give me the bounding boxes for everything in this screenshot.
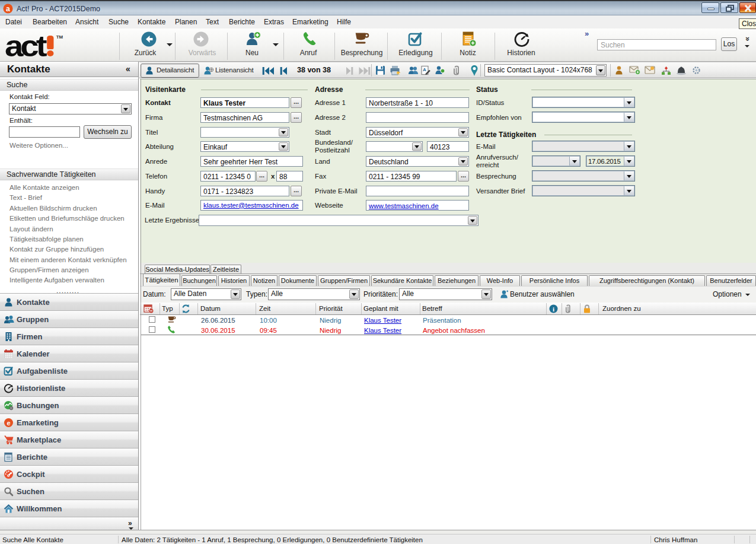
- svg-text:A: A: [423, 67, 426, 72]
- svg-text:e: e: [7, 419, 10, 427]
- svg-text:a: a: [6, 5, 10, 13]
- svg-text:i: i: [553, 306, 554, 313]
